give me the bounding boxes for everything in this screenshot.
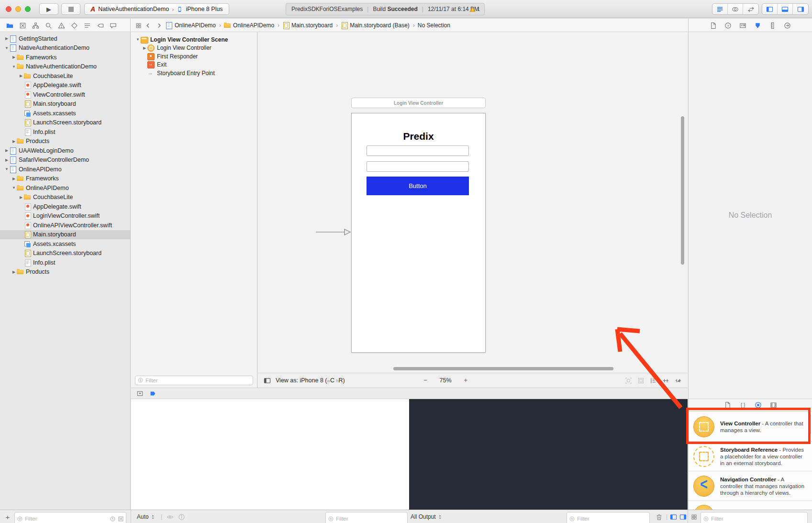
breadcrumb-item[interactable]: Main.storyboard› [282, 22, 338, 29]
report-navigator-icon[interactable] [110, 22, 117, 29]
debug-navigator-icon[interactable] [84, 22, 91, 29]
breadcrumb-item[interactable]: Main.storyboard (Base)› [341, 22, 415, 29]
recent-files-clock-icon[interactable] [110, 516, 116, 522]
disclosure-triangle-icon[interactable] [135, 37, 141, 42]
source-control-navigator-icon[interactable] [19, 22, 26, 29]
file-tree-row[interactable]: SafariViewControllerDemo [0, 156, 130, 165]
view-as-label[interactable]: View as: iPhone 8 (wC hR) [276, 377, 345, 384]
library-grid-icon[interactable] [691, 510, 697, 523]
close-window-button[interactable] [6, 6, 11, 12]
warning-count-badge[interactable]: 1 [469, 6, 480, 12]
disclosure-triangle-icon[interactable] [4, 148, 10, 153]
outline-row[interactable]: Login View Controller [131, 44, 257, 53]
zoom-in-button[interactable]: + [464, 377, 467, 384]
file-inspector-icon[interactable] [710, 22, 717, 29]
connections-inspector-icon[interactable] [784, 22, 791, 29]
breakpoint-navigator-icon[interactable] [97, 22, 104, 29]
console-filter-input[interactable] [567, 515, 649, 522]
disclosure-triangle-icon[interactable] [18, 195, 24, 200]
file-tree-row[interactable]: Frameworks [0, 174, 130, 184]
breadcrumb-item[interactable]: No Selection› [418, 22, 450, 29]
toggle-navigator-button[interactable] [762, 4, 778, 14]
find-navigator-icon[interactable] [45, 22, 52, 29]
file-tree-row[interactable]: NativeAuthenticationDemo [0, 44, 130, 53]
standard-editor-button[interactable] [712, 4, 728, 14]
file-tree-row[interactable]: NativeAuthenticationDemo [0, 62, 130, 72]
outline-row[interactable]: First Responder [131, 52, 257, 61]
object-library-item[interactable] [689, 501, 812, 510]
disclosure-triangle-icon[interactable] [11, 186, 17, 190]
predix-title-label[interactable]: Predix [352, 131, 485, 142]
console-output[interactable] [409, 399, 688, 510]
file-tree-row[interactable]: OnlineAPIViewController.swift [0, 221, 130, 230]
breakpoints-toggle-icon[interactable] [150, 390, 156, 397]
console-output-selector[interactable]: All Output [411, 510, 443, 523]
project-navigator-icon[interactable] [6, 22, 13, 29]
file-tree-row[interactable]: LaunchScreen.storyboard [0, 249, 130, 258]
disclosure-triangle-icon[interactable] [11, 270, 17, 274]
toggle-debug-area-button[interactable] [778, 4, 793, 14]
minimize-window-button[interactable] [15, 6, 21, 12]
add-button[interactable]: + [3, 510, 12, 523]
scene-header-pill[interactable]: Login View Controller [351, 98, 486, 108]
disclosure-triangle-icon[interactable] [11, 55, 17, 59]
file-tree-row[interactable]: OnlineAPIDemo [0, 165, 130, 174]
variables-filter-input[interactable] [326, 515, 407, 522]
stop-button[interactable] [61, 3, 80, 15]
forward-button[interactable] [156, 22, 162, 29]
test-navigator-icon[interactable] [71, 22, 78, 29]
outline-row[interactable]: Login View Controller Scene [131, 35, 257, 44]
scheme-selector[interactable]: A NativeAuthenticationDemo › iPhone 8 Pl… [84, 3, 229, 15]
file-tree-row[interactable]: Main.storyboard [0, 100, 130, 109]
file-tree-row[interactable]: AppDelegate.swift [0, 81, 130, 90]
variables-view-scope-selector[interactable]: Auto [137, 510, 156, 523]
disclosure-triangle-icon[interactable] [142, 46, 147, 50]
disclosure-triangle-icon[interactable] [18, 74, 24, 78]
assistant-editor-button[interactable] [728, 4, 743, 14]
file-tree-row[interactable]: Fameworks [0, 53, 130, 62]
file-tree-row[interactable]: Info.plist [0, 127, 130, 137]
symbol-navigator-icon[interactable] [32, 22, 39, 29]
object-library-icon[interactable] [755, 401, 762, 409]
clear-console-trash-icon[interactable] [656, 510, 663, 523]
password-text-field[interactable] [367, 161, 469, 172]
zoom-level-label[interactable]: 75% [440, 377, 452, 384]
resolve-autolayout-icon[interactable] [675, 377, 682, 384]
source-control-status-icon[interactable] [118, 516, 124, 522]
outline-row[interactable]: Exit [131, 61, 257, 69]
device-configuration-icon[interactable] [264, 377, 271, 384]
file-tree-row[interactable]: LoginViewController.swift [0, 211, 130, 221]
disclosure-triangle-icon[interactable] [4, 36, 10, 41]
file-tree-row[interactable]: Assets.xcassets [0, 239, 130, 249]
object-library-item[interactable]: View Controller - A controller that mana… [689, 412, 812, 442]
breadcrumb-item[interactable]: OnlineAPIDemo› [166, 22, 221, 29]
identity-inspector-icon[interactable] [739, 22, 746, 29]
file-tree-row[interactable]: Main.storyboard [0, 230, 130, 240]
attributes-inspector-icon[interactable] [754, 22, 761, 29]
view-controller-view[interactable]: Predix Button [351, 113, 486, 353]
file-tree-row[interactable]: LaunchScreen.storyboard [0, 118, 130, 128]
back-button[interactable] [145, 22, 151, 29]
disclosure-triangle-icon[interactable] [11, 65, 17, 69]
zoom-out-button[interactable]: − [423, 377, 427, 384]
file-tree-row[interactable]: GettingStarted [0, 34, 130, 44]
toggle-inspector-button[interactable] [793, 4, 808, 14]
align-icon[interactable] [650, 377, 657, 384]
embed-in-stack-icon[interactable] [637, 377, 645, 384]
update-frames-icon[interactable] [625, 377, 632, 384]
disclosure-triangle-icon[interactable] [4, 46, 10, 50]
issue-navigator-icon[interactable] [58, 22, 65, 29]
disclosure-triangle-icon[interactable] [11, 139, 17, 144]
file-tree-row[interactable]: AppDelegate.swift [0, 202, 130, 211]
variables-view[interactable] [131, 399, 409, 510]
library-scrollbar[interactable] [808, 413, 811, 434]
storyboard-entry-arrow[interactable] [315, 227, 351, 237]
file-tree-row[interactable]: ViewController.swift [0, 90, 130, 100]
media-library-icon[interactable] [770, 401, 777, 409]
username-text-field[interactable] [367, 145, 469, 156]
file-tree-row[interactable]: CouchbaseLite [0, 71, 130, 81]
object-library-item[interactable]: Navigation Controller - A controller tha… [689, 471, 812, 501]
disclosure-triangle-icon[interactable] [11, 177, 17, 181]
size-inspector-icon[interactable] [769, 22, 776, 29]
add-constraints-icon[interactable] [662, 377, 669, 384]
